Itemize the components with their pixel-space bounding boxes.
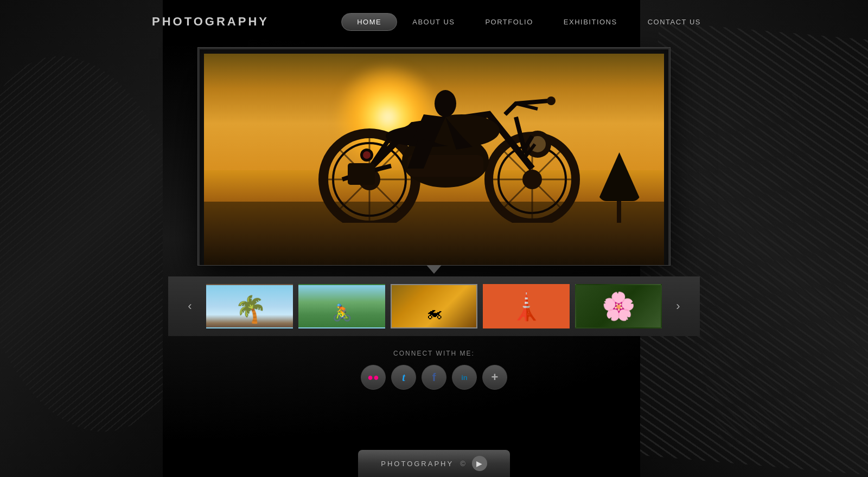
social-flickr-button[interactable]: ●● [361,365,386,390]
connect-label: CONNECT WITH ME: [393,350,475,357]
social-twitter-button[interactable]: t [391,365,416,390]
facebook-icon: f [432,371,436,384]
thumbnail-1[interactable] [206,284,293,328]
header: PHOTOGRAPHY HOME ABOUT US PORTFOLIO EXHI… [0,0,868,43]
social-plus-button[interactable]: + [482,365,507,390]
bg-right-texture [640,0,868,477]
footer-copyright: © [460,460,465,468]
thumbnail-4[interactable] [483,284,570,328]
footer-bar: PHOTOGRAPHY © ▶ [358,450,510,477]
footer-arrow-icon: ▶ [476,459,482,468]
tree-silhouette [598,158,641,223]
nav-item-contact[interactable]: CONTACT US [633,14,716,30]
linkedin-icon: in [461,373,468,382]
plus-icon: + [492,370,499,384]
motorcycle-container [273,86,618,223]
svg-point-22 [363,151,371,159]
social-linkedin-button[interactable]: in [452,365,477,390]
slide-scene [204,54,664,265]
nav-item-about[interactable]: ABOUT US [397,14,470,30]
flickr-icon: ●● [367,372,379,383]
site-logo: PHOTOGRAPHY [152,15,269,29]
connect-section: CONNECT WITH ME: ●● t f in + [361,350,507,390]
main-nav: HOME ABOUT US PORTFOLIO EXHIBITIONS CONT… [341,13,716,31]
social-icons-list: ●● t f in + [361,365,507,390]
next-button[interactable]: › [668,296,688,316]
svg-point-20 [547,96,556,105]
bg-left-texture [0,0,163,477]
nav-item-exhibitions[interactable]: EXHIBITIONS [548,14,633,30]
social-facebook-button[interactable]: f [422,365,446,390]
motorcycle-svg [283,60,608,223]
svg-point-23 [435,90,456,117]
main-frame [198,48,670,265]
thumbnail-3[interactable] [391,284,477,328]
nav-item-portfolio[interactable]: PORTFOLIO [470,14,548,30]
thumbnail-5[interactable] [575,284,662,328]
svg-rect-24 [348,163,375,185]
slide-indicator [198,265,670,274]
thumbnail-list [206,284,662,328]
prev-button[interactable]: ‹ [180,296,200,316]
footer-logo-text: PHOTOGRAPHY [381,460,454,468]
thumbnail-2[interactable] [298,284,385,328]
nav-item-home[interactable]: HOME [341,13,397,31]
main-slide-image [204,54,664,265]
twitter-icon: t [402,371,405,384]
footer-icon-button[interactable]: ▶ [472,456,487,471]
thumbnail-strip: ‹ › [168,276,700,336]
slideshow-wrapper [198,48,670,274]
